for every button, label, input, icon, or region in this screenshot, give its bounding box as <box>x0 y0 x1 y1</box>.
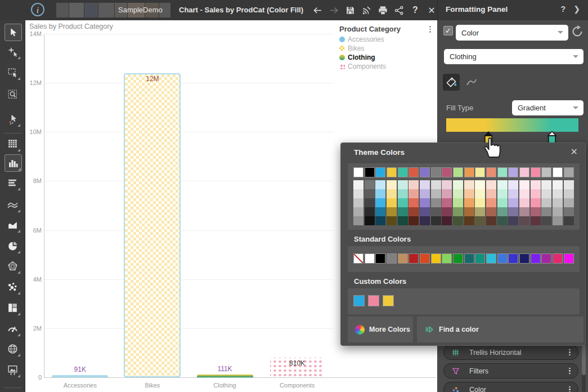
theme-shade-swatch[interactable] <box>442 198 452 207</box>
theme-shade-swatch[interactable] <box>365 198 375 207</box>
theme-shade-swatch[interactable] <box>508 198 518 207</box>
panel-collapse-icon[interactable]: ❯ <box>573 5 580 14</box>
legend-item-bikes[interactable]: Bikes <box>334 44 437 53</box>
theme-shade-swatch[interactable] <box>531 180 541 189</box>
theme-shade-swatch[interactable] <box>486 189 496 198</box>
theme-swatch[interactable] <box>375 167 385 177</box>
theme-shade-swatch[interactable] <box>375 198 385 207</box>
theme-shade-swatch[interactable] <box>375 207 385 216</box>
theme-shade-swatch[interactable] <box>442 207 452 216</box>
theme-shade-swatch[interactable] <box>497 198 508 207</box>
gradient-stop[interactable] <box>547 131 556 144</box>
theme-shade-swatch[interactable] <box>464 180 474 189</box>
color-enabled-checkbox[interactable]: ✓ <box>443 26 453 35</box>
item-menu-icon[interactable] <box>568 348 572 357</box>
theme-shade-swatch[interactable] <box>398 198 408 207</box>
gradient-preview-bar[interactable] <box>446 118 578 132</box>
theme-shade-swatch[interactable] <box>420 207 430 216</box>
standard-swatch[interactable] <box>387 253 397 264</box>
theme-shade-swatch[interactable] <box>353 180 363 189</box>
theme-shade-swatch[interactable] <box>553 207 563 216</box>
theme-shade-swatch[interactable] <box>398 180 408 189</box>
tool-select-pointer[interactable] <box>5 24 22 41</box>
tool-data-pointer[interactable] <box>5 111 21 127</box>
theme-shade-swatch[interactable] <box>553 180 563 189</box>
standard-swatch[interactable] <box>508 253 518 264</box>
tool-pie-chart[interactable] <box>5 238 21 254</box>
theme-shade-swatch[interactable] <box>387 207 397 216</box>
info-icon[interactable]: i <box>31 3 44 16</box>
theme-shade-swatch[interactable] <box>475 216 485 225</box>
theme-shade-swatch[interactable] <box>453 189 463 198</box>
theme-shade-swatch[interactable] <box>398 189 408 198</box>
theme-swatch[interactable] <box>464 167 474 177</box>
target-select[interactable]: Clothing <box>444 49 583 64</box>
theme-shade-swatch[interactable] <box>365 207 375 216</box>
theme-swatch[interactable] <box>519 167 529 177</box>
theme-swatch[interactable] <box>387 167 397 177</box>
theme-shade-swatch[interactable] <box>398 207 408 216</box>
back-icon[interactable] <box>311 3 324 17</box>
theme-shade-swatch[interactable] <box>497 216 508 225</box>
x-axis-label[interactable]: Accessories <box>44 382 116 389</box>
panel-help-icon[interactable]: ? <box>560 5 565 14</box>
theme-swatch[interactable] <box>398 167 408 177</box>
theme-shade-swatch[interactable] <box>464 198 474 207</box>
theme-swatch[interactable] <box>508 167 518 177</box>
theme-shade-swatch[interactable] <box>353 189 363 198</box>
theme-shade-swatch[interactable] <box>387 198 397 207</box>
theme-shade-swatch[interactable] <box>553 189 563 198</box>
theme-shade-swatch[interactable] <box>541 216 551 225</box>
x-axis-label[interactable]: Bikes <box>116 382 188 389</box>
theme-shade-swatch[interactable] <box>464 216 474 225</box>
standard-swatch[interactable] <box>553 253 563 264</box>
theme-shade-swatch[interactable] <box>497 180 508 189</box>
theme-shade-swatch[interactable] <box>353 207 363 216</box>
tool-add-pointer[interactable] <box>5 43 21 60</box>
theme-shade-swatch[interactable] <box>564 189 574 198</box>
theme-swatch[interactable] <box>353 167 363 177</box>
workspace-name[interactable]: SampleDemo <box>118 6 163 14</box>
theme-shade-swatch[interactable] <box>409 189 419 198</box>
standard-swatch[interactable] <box>475 253 485 264</box>
bar-accessories[interactable] <box>52 375 108 377</box>
theme-shade-swatch[interactable] <box>464 189 474 198</box>
theme-shade-swatch[interactable] <box>541 180 551 189</box>
reset-icon[interactable] <box>571 25 584 38</box>
close-icon[interactable]: ✕ <box>571 146 578 157</box>
fill-type-select[interactable]: Gradient <box>512 100 583 115</box>
legend-item-accessories[interactable]: Accessories <box>334 35 437 44</box>
panel-scrollbar[interactable] <box>582 345 586 392</box>
stroke-pen-button[interactable] <box>463 74 480 91</box>
standard-swatch[interactable] <box>431 253 441 264</box>
theme-shade-swatch[interactable] <box>375 216 385 225</box>
panel-item-filters[interactable]: Filters <box>443 363 578 378</box>
item-menu-icon[interactable] <box>568 367 572 376</box>
custom-swatch[interactable] <box>353 295 365 306</box>
theme-shade-swatch[interactable] <box>387 189 397 198</box>
legend-item-clothing[interactable]: Clothing <box>334 53 437 62</box>
theme-shade-swatch[interactable] <box>420 216 430 225</box>
theme-shade-swatch[interactable] <box>365 216 375 225</box>
bar-clothing[interactable] <box>197 375 253 377</box>
item-menu-icon[interactable] <box>568 385 572 392</box>
theme-shade-swatch[interactable] <box>431 198 441 207</box>
theme-shade-swatch[interactable] <box>564 198 574 207</box>
theme-shade-swatch[interactable] <box>519 180 529 189</box>
share-icon[interactable] <box>392 3 406 17</box>
theme-shade-swatch[interactable] <box>431 180 441 189</box>
theme-shade-swatch[interactable] <box>519 198 529 207</box>
theme-shade-swatch[interactable] <box>387 180 397 189</box>
theme-shade-swatch[interactable] <box>475 180 485 189</box>
theme-shade-swatch[interactable] <box>508 189 518 198</box>
theme-shade-swatch[interactable] <box>486 216 496 225</box>
theme-shade-swatch[interactable] <box>409 216 419 225</box>
standard-swatch[interactable] <box>398 253 408 264</box>
standard-swatch[interactable] <box>519 253 529 264</box>
close-icon[interactable]: ✕ <box>425 3 438 17</box>
theme-shade-swatch[interactable] <box>353 198 363 207</box>
theme-shade-swatch[interactable] <box>553 198 563 207</box>
standard-swatch[interactable] <box>464 253 474 264</box>
custom-swatch[interactable] <box>383 295 394 306</box>
property-select[interactable]: Color <box>456 25 568 41</box>
